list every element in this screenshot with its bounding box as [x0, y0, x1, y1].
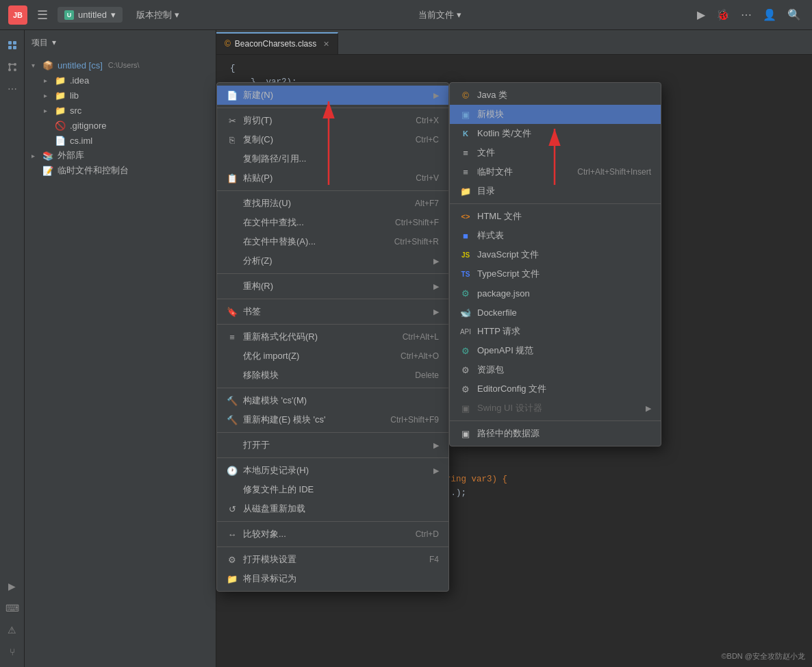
sidebar-icon-problems[interactable]: ⚠: [3, 620, 22, 640]
current-file-selector[interactable]: 当前文件 ▾: [418, 9, 461, 21]
css-icon: ■: [459, 229, 472, 242]
tree-label-src: src: [70, 105, 81, 116]
menu-item-rebuild-module-label: 重新构建(E) 模块 'cs': [243, 414, 326, 426]
menu-item-bookmark-label: 书签: [243, 305, 261, 318]
menu-item-find-usages[interactable]: 查找用法(U) Alt+F7: [217, 194, 448, 213]
submenu-item-directory[interactable]: 📁 目录: [450, 181, 661, 201]
submenu-new[interactable]: © Java 类 ▣ 新模块 K Kotlin 类/文件 ≡ 文件 ≡: [449, 82, 661, 446]
cut-icon: ✂: [227, 115, 238, 126]
menu-item-optimize-import[interactable]: 优化 import(Z) Ctrl+Alt+O: [217, 347, 448, 366]
svg-rect-0: [8, 41, 12, 45]
tab-label: BeaconCharsets.class: [235, 39, 316, 49]
menu-item-compare[interactable]: ↔ 比较对象... Ctrl+D: [217, 525, 448, 544]
more-actions-button[interactable]: ⋯: [738, 5, 754, 24]
menu-item-new[interactable]: 📄 新建(N) ▶: [217, 86, 448, 105]
project-panel-header[interactable]: 项目 ▾: [25, 30, 216, 55]
submenu-separator: [450, 203, 661, 204]
refactor-icon: [227, 281, 238, 292]
menu-item-module-settings[interactable]: ⚙ 打开模块设置 F4: [217, 550, 448, 569]
datasource-icon: ▣: [459, 427, 472, 440]
submenu-item-new-module[interactable]: ▣ 新模块: [450, 105, 661, 124]
java-class-icon: ©: [459, 89, 472, 101]
analyze-arrow: ▶: [433, 257, 439, 266]
hamburger-menu-button[interactable]: ☰: [34, 5, 51, 25]
run-button[interactable]: ▶: [694, 5, 708, 24]
submenu-item-java-class[interactable]: © Java 类: [450, 86, 661, 105]
submenu-item-package-json[interactable]: ⚙ package.json: [450, 284, 661, 303]
context-menu[interactable]: 📄 新建(N) ▶ ✂ 剪切(T) Ctrl+X ⎘ 复制(C) Ctrl+C …: [216, 82, 449, 592]
submenu-item-kotlin-class[interactable]: K Kotlin 类/文件: [450, 124, 661, 143]
swing-icon: ▣: [459, 402, 472, 414]
tree-item-gitignore[interactable]: ▸ 🚫 .gitignore: [25, 118, 216, 133]
tree-item-iml[interactable]: ▸ 📄 cs.iml: [25, 133, 216, 148]
ts-icon: TS: [459, 268, 472, 280]
compare-shortcut: Ctrl+D: [416, 529, 439, 539]
menu-item-analyze[interactable]: 分析(Z) ▶: [217, 251, 448, 270]
menu-item-remove-module[interactable]: 移除模块 Delete: [217, 366, 448, 385]
submenu-item-resource-bundle[interactable]: ⚙ 资源包: [450, 360, 661, 379]
debug-button[interactable]: 🐞: [713, 5, 733, 24]
submenu-item-editorconfig[interactable]: ⚙ EditorConfig 文件: [450, 379, 661, 399]
sidebar-icon-structure[interactable]: [3, 58, 22, 77]
tree-item-scratch[interactable]: ▸ 📝 临时文件和控制台: [25, 163, 216, 178]
tab-close-button[interactable]: ✕: [323, 40, 329, 49]
svg-rect-1: [13, 41, 16, 45]
tree-item-lib[interactable]: ▸ 📁 lib: [25, 88, 216, 103]
menu-item-replace-in-files[interactable]: 在文件中替换(A)... Ctrl+Shift+R: [217, 232, 448, 251]
submenu-item-scratch-file[interactable]: ≡ 临时文件 Ctrl+Alt+Shift+Insert: [450, 162, 661, 181]
menu-item-reload[interactable]: ↺ 从磁盘重新加载: [217, 499, 448, 518]
tree-item-external-libs[interactable]: ▸ 📚 外部库: [25, 148, 216, 163]
menu-item-find-in-files[interactable]: 在文件中查找... Ctrl+Shift+F: [217, 213, 448, 232]
tree-item-src[interactable]: ▸ 📁 src: [25, 103, 216, 118]
optimize-shortcut: Ctrl+Alt+O: [401, 351, 439, 361]
submenu-item-http-request[interactable]: API HTTP 请求: [450, 322, 661, 341]
profile-button[interactable]: 👤: [760, 5, 779, 24]
tree-label-root: untitled [cs]: [58, 60, 103, 71]
menu-item-local-history[interactable]: 🕐 本地历史记录(H) ▶: [217, 461, 448, 480]
menu-item-cut[interactable]: ✂ 剪切(T) Ctrl+X: [217, 111, 448, 130]
tree-arrow: ▾: [31, 62, 40, 69]
project-selector[interactable]: U untitled ▾: [58, 7, 123, 23]
tree-icon-scratch: 📝: [42, 166, 53, 176]
tree-item-idea[interactable]: ▸ 📁 .idea: [25, 73, 216, 88]
search-button[interactable]: 🔍: [785, 5, 804, 24]
submenu-item-js-label: JavaScript 文件: [477, 249, 539, 261]
menu-item-copy-path[interactable]: 复制路径/引用...: [217, 149, 448, 168]
menu-item-refactor[interactable]: 重构(R) ▶: [217, 277, 448, 296]
submenu-item-datasource[interactable]: ▣ 路径中的数据源: [450, 424, 661, 443]
tree-arrow: ▸: [44, 77, 52, 84]
menu-item-paste-label: 粘贴(P): [243, 172, 272, 184]
menu-item-bookmark[interactable]: 🔖 书签 ▶: [217, 302, 448, 321]
menu-item-reformat[interactable]: ≡ 重新格式化代码(R) Ctrl+Alt+L: [217, 327, 448, 347]
menu-item-repair-ide[interactable]: 修复文件上的 IDE: [217, 480, 448, 499]
tree-icon-folder: 📁: [55, 105, 66, 116]
menu-item-replace-in-files-label: 在文件中替换(A)...: [243, 236, 316, 248]
submenu-item-js-file[interactable]: JS JavaScript 文件: [450, 245, 661, 264]
find-usages-shortcut: Alt+F7: [415, 199, 439, 208]
menu-item-build-module[interactable]: 🔨 构建模块 'cs'(M): [217, 391, 448, 410]
sidebar-icon-run[interactable]: ▶: [3, 577, 22, 596]
menu-item-rebuild-module[interactable]: 🔨 重新构建(E) 模块 'cs' Ctrl+Shift+F9: [217, 410, 448, 429]
submenu-item-file[interactable]: ≡ 文件: [450, 143, 661, 162]
menu-item-build-module-label: 构建模块 'cs'(M): [243, 394, 307, 407]
new-arrow: ▶: [433, 91, 439, 100]
menu-item-paste[interactable]: 📋 粘贴(P) Ctrl+V: [217, 168, 448, 188]
sidebar-icon-project[interactable]: [3, 36, 22, 55]
submenu-item-stylesheet[interactable]: ■ 样式表: [450, 226, 661, 245]
menu-item-refactor-label: 重构(R): [243, 280, 273, 292]
scratch-file-shortcut: Ctrl+Alt+Shift+Insert: [577, 167, 651, 177]
menu-item-open-in[interactable]: 打开于 ▶: [217, 436, 448, 455]
submenu-item-openapi[interactable]: ⚙ OpenAPI 规范: [450, 341, 661, 360]
menu-item-mark-dir[interactable]: 📁 将目录标记为: [217, 569, 448, 588]
sidebar-icon-git[interactable]: ⑂: [3, 642, 22, 662]
sidebar-icon-more[interactable]: ⋯: [3, 79, 22, 99]
menu-item-copy[interactable]: ⎘ 复制(C) Ctrl+C: [217, 130, 448, 149]
submenu-item-ts-file[interactable]: TS TypeScript 文件: [450, 264, 661, 284]
submenu-item-html-file[interactable]: <> HTML 文件: [450, 207, 661, 226]
submenu-item-dockerfile[interactable]: 🐋 Dockerfile: [450, 303, 661, 322]
bookmark-icon: 🔖: [227, 306, 238, 317]
tree-item-root[interactable]: ▾ 📦 untitled [cs] C:\Users\: [25, 58, 216, 73]
vcs-button[interactable]: 版本控制 ▾: [129, 6, 186, 24]
sidebar-icon-terminal[interactable]: ⌨: [3, 599, 22, 618]
tab-beaconcharsets[interactable]: © BeaconCharsets.class ✕: [216, 32, 338, 54]
